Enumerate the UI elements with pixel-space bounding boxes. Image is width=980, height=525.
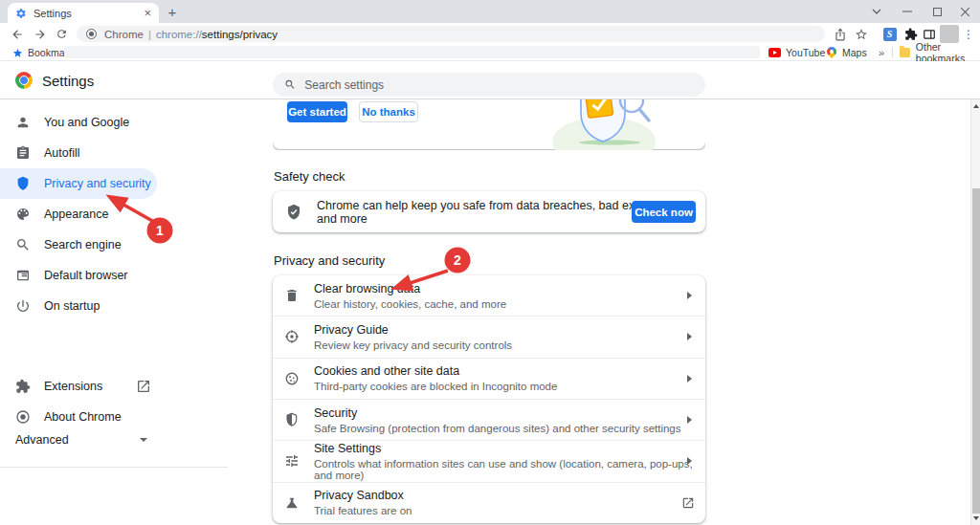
- page-scrollbar[interactable]: [970, 99, 980, 525]
- title-bar: Settings × +: [0, 0, 980, 23]
- maximize-button[interactable]: [923, 0, 952, 23]
- maps-pin-icon: [825, 45, 838, 58]
- search-input[interactable]: [304, 78, 694, 92]
- power-icon: [15, 298, 31, 314]
- extension-s-icon[interactable]: S: [880, 25, 899, 43]
- sidebar-item-extensions[interactable]: Extensions: [0, 371, 220, 402]
- other-bookmarks[interactable]: Other bookmarks: [900, 45, 980, 60]
- sidebar-item-you-and-google[interactable]: You and Google: [0, 107, 220, 138]
- chevron-right-icon: [687, 333, 692, 340]
- bookmark-star-icon[interactable]: [852, 25, 870, 43]
- privacy-section-title: Privacy and security: [274, 253, 385, 268]
- bookmark-youtube[interactable]: YouTube: [768, 45, 825, 60]
- get-started-button[interactable]: Get started: [287, 101, 347, 122]
- bookmark-maps[interactable]: Maps: [827, 45, 867, 60]
- settings-sidebar: You and Google Autofill Privacy and secu…: [0, 99, 230, 525]
- chrome-outline-icon: [15, 409, 31, 425]
- security-shield-icon: [284, 412, 300, 427]
- cookie-icon: [284, 371, 300, 386]
- chrome-window: Settings × + Chrome|chrome://: [0, 0, 980, 525]
- row-cookies[interactable]: Cookies and other site data Third-party …: [273, 358, 705, 399]
- sidebar-item-privacy-and-security[interactable]: Privacy and security: [0, 168, 157, 199]
- onboarding-card-clip: Get started No thanks: [273, 99, 705, 150]
- back-icon[interactable]: [9, 26, 25, 42]
- row-site-settings[interactable]: Site Settings Controls what information …: [273, 440, 705, 481]
- bookmarks-placeholder-strip: [64, 46, 760, 58]
- chevron-right-icon: [687, 292, 692, 299]
- new-tab-button[interactable]: +: [164, 4, 181, 21]
- sidebar-item-default-browser[interactable]: Default browser: [0, 260, 220, 291]
- tune-icon: [284, 453, 300, 469]
- browser-toolbar: Chrome|chrome://settings/privacy S ⋮: [0, 23, 980, 44]
- bookmarks-separator: [892, 47, 893, 57]
- sidebar-divider: [0, 467, 228, 468]
- privacy-guide-icon: [284, 329, 300, 344]
- folder-icon: [900, 48, 910, 57]
- row-clear-browsing-data[interactable]: Clear browsing data Clear history, cooki…: [273, 275, 705, 316]
- row-privacy-sandbox[interactable]: Privacy Sandbox Trial features are on: [273, 482, 705, 523]
- open-in-new-icon[interactable]: [681, 496, 695, 510]
- sidebar-item-about-chrome[interactable]: About Chrome: [0, 402, 220, 432]
- search-icon: [284, 78, 296, 91]
- settings-search[interactable]: [273, 73, 705, 97]
- scroll-down-icon[interactable]: [971, 514, 980, 523]
- browser-window-icon: [15, 268, 31, 283]
- privacy-card: Clear browsing data Clear history, cooki…: [273, 275, 705, 523]
- open-in-new-icon: [136, 379, 151, 394]
- settings-gear-favicon: [15, 8, 27, 19]
- shield-illustration: [550, 99, 675, 150]
- forward-icon[interactable]: [32, 26, 48, 42]
- safety-check-card: Chrome can help keep you safe from data …: [273, 191, 705, 232]
- scrollbar-thumb[interactable]: [972, 188, 980, 514]
- no-thanks-button[interactable]: No thanks: [359, 101, 418, 122]
- bookmarks-bar: Bookmarks YouTube Maps » Other bookmarks: [0, 44, 980, 61]
- row-security[interactable]: Security Safe Browsing (protection from …: [273, 399, 705, 440]
- reload-icon[interactable]: [54, 26, 70, 42]
- address-bar[interactable]: Chrome|chrome://settings/privacy: [77, 26, 825, 42]
- close-window-button[interactable]: [950, 0, 980, 23]
- flask-icon: [284, 495, 300, 511]
- bookmarks-overflow-icon[interactable]: »: [879, 45, 884, 60]
- row-privacy-guide[interactable]: Privacy Guide Review key privacy and sec…: [273, 316, 705, 357]
- chevron-down-icon: [140, 438, 147, 442]
- palette-icon: [15, 207, 31, 222]
- chrome-page-icon: [86, 29, 97, 39]
- chevron-right-icon: [687, 457, 692, 465]
- minimize-button[interactable]: [892, 0, 922, 23]
- tab-search-chevron-icon[interactable]: [861, 0, 891, 23]
- youtube-icon: [768, 48, 781, 57]
- puzzle-icon: [15, 379, 31, 394]
- tab-title: Settings: [33, 8, 144, 19]
- star-icon: [12, 48, 23, 58]
- sidebar-item-autofill[interactable]: Autofill: [0, 138, 220, 168]
- sidebar-item-search-engine[interactable]: Search engine: [0, 230, 220, 260]
- share-icon[interactable]: [831, 25, 849, 43]
- settings-main: Get started No thanks Safety check: [273, 99, 705, 525]
- tab-close-icon[interactable]: ×: [144, 7, 151, 19]
- trash-icon: [284, 288, 300, 303]
- chevron-right-icon: [687, 416, 692, 424]
- browser-tab-settings[interactable]: Settings ×: [8, 3, 159, 23]
- page-title: Settings: [42, 73, 94, 89]
- chevron-right-icon: [687, 375, 692, 383]
- shield-icon: [15, 176, 31, 191]
- chrome-logo: [15, 72, 33, 89]
- sidebar-item-appearance[interactable]: Appearance: [0, 199, 220, 230]
- person-icon: [15, 115, 31, 130]
- search-icon: [15, 237, 31, 252]
- check-now-button[interactable]: Check now: [632, 201, 696, 223]
- shield-check-icon: [285, 204, 302, 221]
- safety-check-title: Safety check: [274, 169, 345, 184]
- sidebar-item-on-startup[interactable]: On startup: [0, 291, 220, 321]
- autofill-icon: [15, 145, 31, 161]
- scroll-up-icon[interactable]: [971, 101, 980, 111]
- url-text: Chrome|chrome://settings/privacy: [104, 29, 278, 40]
